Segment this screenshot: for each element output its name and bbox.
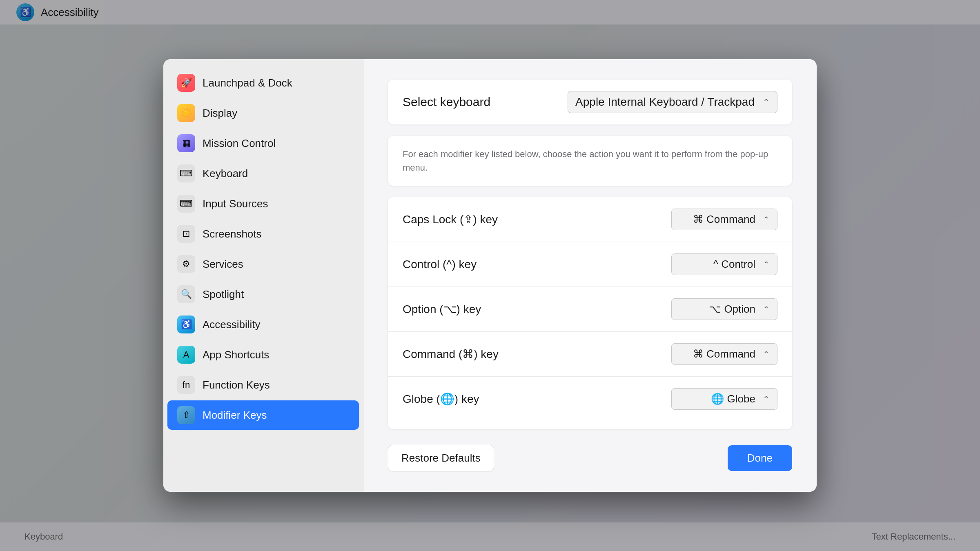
sidebar-label-accessibility: Accessibility bbox=[203, 318, 261, 331]
modifier-dropdown-arrows-option: ⌃ bbox=[763, 304, 770, 314]
modifier-row-caps-lock: Caps Lock (⇪) key⌘ Command ⌃ bbox=[388, 197, 792, 242]
sidebar-label-services: Services bbox=[203, 258, 243, 271]
modifier-key-label-option: Option (⌥) key bbox=[403, 302, 481, 316]
select-keyboard-label: Select keyboard bbox=[403, 95, 490, 109]
modifier-row-option: Option (⌥) key⌥ Option ⌃ bbox=[388, 287, 792, 332]
done-button[interactable]: Done bbox=[728, 445, 792, 471]
keyboard-icon: ⌨ bbox=[177, 164, 195, 182]
input-icon: ⌨ bbox=[177, 195, 195, 213]
services-icon: ⚙ bbox=[177, 255, 195, 273]
appshortcuts-icon: A bbox=[177, 346, 195, 364]
spotlight-icon: 🔍 bbox=[177, 285, 195, 303]
content-area: Select keyboard Apple Internal Keyboard … bbox=[363, 59, 817, 492]
sidebar-item-accessibility[interactable]: ♿Accessibility bbox=[167, 310, 359, 339]
sidebar: 🚀Launchpad & Dock☀️Display▦Mission Contr… bbox=[163, 59, 363, 492]
description-text: For each modifier key listed below, choo… bbox=[403, 147, 777, 174]
sidebar-item-screenshots[interactable]: ⊡Screenshots bbox=[167, 219, 359, 249]
sidebar-label-launchpad: Launchpad & Dock bbox=[203, 77, 292, 89]
modifier-value-control: ^ Control bbox=[713, 258, 755, 271]
description-card: For each modifier key listed below, choo… bbox=[388, 136, 792, 186]
modifier-dropdown-caps-lock[interactable]: ⌘ Command ⌃ bbox=[671, 209, 777, 230]
modifier-key-label-caps-lock: Caps Lock (⇪) key bbox=[403, 213, 498, 226]
modifier-keys-table: Caps Lock (⇪) key⌘ Command ⌃Control (^) … bbox=[388, 197, 792, 429]
launchpad-icon: 🚀 bbox=[177, 74, 195, 92]
sidebar-item-appshortcuts[interactable]: AApp Shortcuts bbox=[167, 340, 359, 369]
select-keyboard-card: Select keyboard Apple Internal Keyboard … bbox=[388, 80, 792, 124]
sidebar-item-mission[interactable]: ▦Mission Control bbox=[167, 129, 359, 158]
modifier-row-command: Command (⌘) key⌘ Command ⌃ bbox=[388, 332, 792, 377]
sidebar-item-launchpad[interactable]: 🚀Launchpad & Dock bbox=[167, 68, 359, 98]
modifier-dropdown-globe[interactable]: 🌐 Globe ⌃ bbox=[671, 388, 777, 410]
modifier-dropdown-arrows-command: ⌃ bbox=[763, 349, 770, 359]
modifier-dropdown-control[interactable]: ^ Control ⌃ bbox=[671, 253, 777, 275]
sidebar-item-input[interactable]: ⌨Input Sources bbox=[167, 189, 359, 218]
screenshots-icon: ⊡ bbox=[177, 225, 195, 243]
display-icon: ☀️ bbox=[177, 104, 195, 122]
restore-defaults-button[interactable]: Restore Defaults bbox=[388, 445, 494, 471]
sidebar-label-input: Input Sources bbox=[203, 198, 268, 210]
keyboard-value: Apple Internal Keyboard / Trackpad bbox=[575, 96, 755, 109]
sidebar-label-screenshots: Screenshots bbox=[203, 228, 262, 240]
modifier-value-globe: 🌐 Globe bbox=[711, 393, 755, 405]
modifier-value-option: ⌥ Option bbox=[709, 303, 755, 315]
modifier-key-label-globe: Globe (🌐) key bbox=[403, 392, 479, 406]
modifier-value-caps-lock: ⌘ Command bbox=[693, 213, 755, 226]
keyboard-dropdown[interactable]: Apple Internal Keyboard / Trackpad ⌃ bbox=[568, 91, 777, 113]
modifier-key-label-control: Control (^) key bbox=[403, 258, 477, 271]
sidebar-item-display[interactable]: ☀️Display bbox=[167, 98, 359, 128]
accessibility-icon: ♿ bbox=[177, 315, 195, 333]
sidebar-label-display: Display bbox=[203, 107, 237, 120]
sidebar-item-fnkeys[interactable]: fnFunction Keys bbox=[167, 370, 359, 400]
sidebar-label-modifier: Modifier Keys bbox=[203, 409, 267, 422]
sidebar-label-keyboard: Keyboard bbox=[203, 167, 248, 180]
modifier-dropdown-arrows-globe: ⌃ bbox=[763, 394, 770, 404]
modifier-dropdown-option[interactable]: ⌥ Option ⌃ bbox=[671, 298, 777, 320]
modifier-dropdown-arrows-control: ⌃ bbox=[763, 260, 770, 269]
modifier-dropdown-arrows-caps-lock: ⌃ bbox=[763, 215, 770, 224]
sidebar-label-appshortcuts: App Shortcuts bbox=[203, 349, 269, 361]
sidebar-item-keyboard[interactable]: ⌨Keyboard bbox=[167, 159, 359, 188]
modifier-icon: ⇧ bbox=[177, 406, 195, 424]
sidebar-item-modifier[interactable]: ⇧Modifier Keys bbox=[167, 400, 359, 430]
modifier-row-globe: Globe (🌐) key🌐 Globe ⌃ bbox=[388, 377, 792, 421]
keyboard-dropdown-arrows: ⌃ bbox=[763, 97, 770, 107]
mission-icon: ▦ bbox=[177, 134, 195, 152]
sidebar-label-spotlight: Spotlight bbox=[203, 288, 244, 301]
sidebar-label-fnkeys: Function Keys bbox=[203, 379, 270, 391]
sidebar-item-spotlight[interactable]: 🔍Spotlight bbox=[167, 280, 359, 309]
modifier-value-command: ⌘ Command bbox=[693, 348, 755, 360]
modifier-row-control: Control (^) key^ Control ⌃ bbox=[388, 242, 792, 287]
sidebar-item-services[interactable]: ⚙Services bbox=[167, 249, 359, 279]
bottom-buttons-bar: Restore Defaults Done bbox=[388, 445, 792, 471]
modifier-keys-modal: 🚀Launchpad & Dock☀️Display▦Mission Contr… bbox=[163, 59, 817, 492]
modifier-key-label-command: Command (⌘) key bbox=[403, 347, 499, 361]
fnkeys-icon: fn bbox=[177, 376, 195, 394]
modifier-dropdown-command[interactable]: ⌘ Command ⌃ bbox=[671, 343, 777, 365]
sidebar-label-mission: Mission Control bbox=[203, 137, 276, 150]
